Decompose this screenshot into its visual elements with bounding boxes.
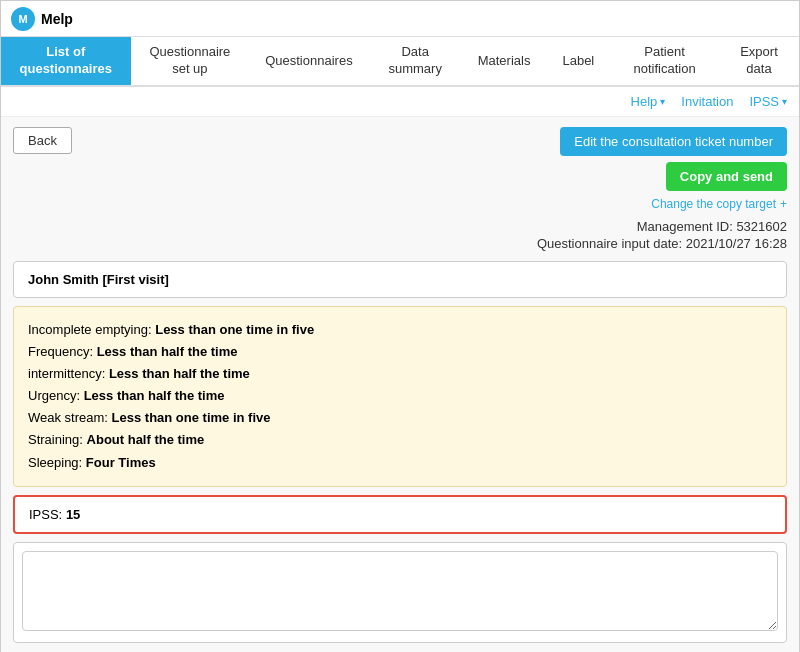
secondary-nav: Help ▾ Invitation IPSS ▾	[1, 87, 799, 117]
help-link[interactable]: Help ▾	[631, 94, 666, 109]
symptom-row-5: Straining: About half the time	[28, 429, 772, 451]
patient-name-visit: John Smith [First visit]	[28, 272, 169, 287]
ipss-label: IPSS:	[29, 507, 62, 522]
symptom-row-4: Weak stream: Less than one time in five	[28, 407, 772, 429]
nav-item-questionnaires[interactable]: Questionnaires	[249, 37, 368, 85]
symptom-row-2: intermittency: Less than half the time	[28, 363, 772, 385]
nav-item-data-summary[interactable]: Data summary	[369, 37, 462, 85]
symptom-row-0: Incomplete emptying: Less than one time …	[28, 319, 772, 341]
change-copy-target-plus: +	[780, 197, 787, 211]
nav-item-export-data[interactable]: Export data	[719, 37, 799, 85]
copy-send-button[interactable]: Copy and send	[666, 162, 787, 191]
notes-textarea[interactable]	[22, 551, 778, 631]
help-dropdown-arrow: ▾	[660, 96, 665, 107]
action-row: Back Edit the consultation ticket number…	[13, 127, 787, 211]
symptom-row-3: Urgency: Less than half the time	[28, 385, 772, 407]
symptoms-card: Incomplete emptying: Less than one time …	[13, 306, 787, 487]
nav-item-questionnaire-setup[interactable]: Questionnaire set up	[131, 37, 250, 85]
management-id: Management ID: 5321602	[13, 219, 787, 234]
management-info: Management ID: 5321602 Questionnaire inp…	[13, 219, 787, 251]
ipss-link[interactable]: IPSS ▾	[749, 94, 787, 109]
change-copy-target-link[interactable]: Change the copy target +	[651, 197, 787, 211]
edit-ticket-button[interactable]: Edit the consultation ticket number	[560, 127, 787, 156]
symptom-row-6: Sleeping: Four Times	[28, 452, 772, 474]
logo-area: M Melp	[11, 7, 73, 31]
ipss-value: 15	[66, 507, 80, 522]
nav-item-patient-notification[interactable]: Patient notification	[610, 37, 719, 85]
nav-bar: List of questionnaires Questionnaire set…	[1, 37, 799, 87]
logo-letter: M	[18, 13, 27, 25]
app-logo: M	[11, 7, 35, 31]
ipss-card: IPSS: 15	[13, 495, 787, 534]
questionnaire-input-date: Questionnaire input date: 2021/10/27 16:…	[13, 236, 787, 251]
app-name: Melp	[41, 11, 73, 27]
nav-item-materials[interactable]: Materials	[462, 37, 547, 85]
patient-card: John Smith [First visit]	[13, 261, 787, 298]
notes-wrapper	[13, 542, 787, 643]
nav-item-list-questionnaires[interactable]: List of questionnaires	[1, 37, 131, 85]
nav-item-label[interactable]: Label	[546, 37, 610, 85]
top-bar: M Melp	[1, 1, 799, 37]
right-actions: Edit the consultation ticket number Copy…	[560, 127, 787, 211]
ipss-dropdown-arrow: ▾	[782, 96, 787, 107]
invitation-link[interactable]: Invitation	[681, 94, 733, 109]
content-area: Back Edit the consultation ticket number…	[1, 117, 799, 652]
back-button[interactable]: Back	[13, 127, 72, 154]
symptom-row-1: Frequency: Less than half the time	[28, 341, 772, 363]
